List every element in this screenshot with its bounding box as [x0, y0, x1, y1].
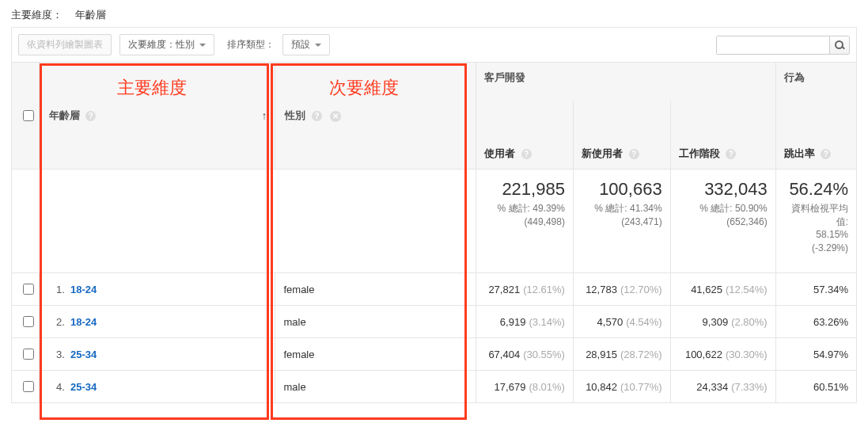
age-link[interactable]: 18-24: [70, 316, 97, 328]
header-gender[interactable]: 性別: [285, 109, 305, 121]
gender-cell: male: [275, 371, 476, 403]
row-index: 3.: [47, 349, 65, 360]
row-checkbox[interactable]: [23, 316, 34, 327]
sort-type-value: 預設: [291, 38, 310, 51]
toolbar: 依資料列繪製圖表 次要維度：性別 排序類型： 預設: [11, 27, 857, 62]
table-row: 1. 18-24 female 27,821(12.61%) 12,783(12…: [12, 273, 857, 306]
header-sessions[interactable]: 工作階段: [679, 147, 720, 159]
header-group-acquisition: 客戶開發: [476, 63, 776, 101]
search-box: [716, 36, 850, 55]
sessions-cell: 9,309(2.80%): [670, 306, 775, 338]
bounce-cell: 57.34%: [775, 273, 856, 306]
help-icon[interactable]: ?: [85, 111, 96, 121]
sort-type-label: 排序類型：: [227, 38, 275, 51]
sessions-cell: 24,334(7.33%): [670, 371, 775, 403]
row-index: 1.: [47, 284, 65, 295]
total-sessions: 332,043 % 總計: 50.90% (652,346): [670, 170, 775, 273]
users-cell: 27,821(12.61%): [476, 273, 574, 306]
sort-asc-icon[interactable]: ↑: [261, 109, 267, 122]
sort-type-dropdown[interactable]: 預設: [282, 34, 330, 55]
row-index: 4.: [47, 381, 65, 393]
search-input[interactable]: [717, 36, 829, 54]
search-button[interactable]: [829, 36, 849, 54]
row-checkbox[interactable]: [23, 284, 34, 295]
new-users-cell: 10,842(10.77%): [573, 371, 670, 403]
users-cell: 17,679(8.01%): [476, 371, 574, 403]
header-age[interactable]: 年齡層: [49, 109, 80, 121]
help-icon[interactable]: ?: [312, 111, 322, 121]
header-users[interactable]: 使用者: [484, 147, 515, 159]
sessions-cell: 41,625(12.54%): [670, 273, 775, 306]
total-new-users: 100,663 % 總計: 41.34% (243,471): [573, 170, 670, 273]
age-link[interactable]: 25-34: [70, 381, 97, 393]
new-users-cell: 28,915(28.72%): [573, 338, 670, 371]
age-link[interactable]: 25-34: [70, 349, 97, 360]
sessions-cell: 100,622(30.30%): [670, 338, 775, 371]
row-checkbox[interactable]: [23, 349, 34, 360]
gender-cell: female: [275, 273, 476, 306]
gender-cell: male: [275, 306, 476, 338]
primary-dimension-row: 主要維度： 年齡層: [11, 8, 857, 22]
row-checkbox[interactable]: [23, 381, 34, 392]
header-new-users[interactable]: 新使用者: [582, 147, 623, 159]
total-users: 221,985 % 總計: 49.39% (449,498): [476, 170, 574, 273]
bounce-cell: 60.51%: [775, 371, 856, 403]
select-all-checkbox[interactable]: [23, 110, 34, 121]
age-link[interactable]: 18-24: [70, 284, 97, 295]
table-row: 4. 25-34 male 17,679(8.01%) 10,842(10.77…: [12, 371, 857, 403]
primary-dim-value[interactable]: 年齡層: [75, 8, 106, 22]
header-group-behavior: 行為: [775, 63, 856, 101]
help-icon[interactable]: ?: [521, 149, 532, 159]
caret-down-icon: [199, 44, 206, 47]
header-bounce-rate[interactable]: 跳出率: [784, 147, 815, 159]
total-bounce: 56.24% 資料檢視平均值: 58.15% (-3.29%): [775, 170, 856, 273]
secondary-dimension-dropdown[interactable]: 次要維度：性別: [119, 34, 214, 55]
plot-rows-button[interactable]: 依資料列繪製圖表: [18, 34, 112, 55]
help-icon[interactable]: ?: [629, 149, 639, 159]
row-index: 2.: [47, 316, 65, 328]
bounce-cell: 54.97%: [775, 338, 856, 371]
gender-cell: female: [275, 338, 476, 371]
users-cell: 67,404(30.55%): [476, 338, 574, 371]
table-row: 2. 18-24 male 6,919(3.14%) 4,570(4.54%) …: [12, 306, 857, 338]
users-cell: 6,919(3.14%): [476, 306, 574, 338]
primary-dim-label: 主要維度：: [11, 8, 63, 22]
secondary-dim-label: 次要維度：性別: [128, 38, 195, 51]
new-users-cell: 4,570(4.54%): [573, 306, 670, 338]
table-row: 3. 25-34 female 67,404(30.55%) 28,915(28…: [12, 338, 857, 371]
remove-secondary-dim-icon[interactable]: ✕: [330, 111, 341, 122]
search-icon: [835, 40, 844, 50]
bounce-cell: 63.26%: [775, 306, 856, 338]
data-table: 年齡層 ? ↑ 性別 ? ✕ 客戶開發 行為: [11, 62, 857, 403]
help-icon[interactable]: ?: [726, 149, 736, 159]
new-users-cell: 12,783(12.70%): [573, 273, 670, 306]
caret-down-icon: [315, 44, 321, 47]
help-icon[interactable]: ?: [821, 149, 831, 159]
totals-row: 221,985 % 總計: 49.39% (449,498) 100,663 %…: [12, 170, 857, 273]
